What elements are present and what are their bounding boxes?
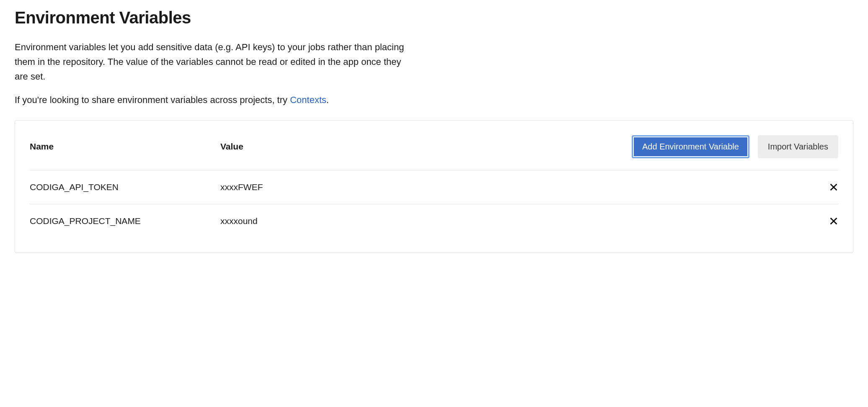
- share-text: If you're looking to share environment v…: [15, 95, 853, 106]
- close-icon: [829, 216, 838, 226]
- page-title: Environment Variables: [15, 8, 853, 27]
- contexts-link[interactable]: Contexts: [290, 95, 326, 105]
- column-header-name: Name: [30, 142, 220, 152]
- env-var-value: xxxxFWEF: [220, 182, 826, 192]
- share-suffix: .: [326, 95, 329, 105]
- table-row: CODIGA_API_TOKEN xxxxFWEF: [30, 170, 838, 204]
- import-variables-button[interactable]: Import Variables: [758, 135, 838, 158]
- env-vars-panel: Name Value Add Environment Variable Impo…: [15, 120, 853, 253]
- page-description: Environment variables let you add sensit…: [15, 40, 408, 84]
- share-prefix: If you're looking to share environment v…: [15, 95, 290, 105]
- add-environment-variable-button[interactable]: Add Environment Variable: [632, 135, 749, 158]
- close-icon: [829, 183, 838, 192]
- table-header: Name Value Add Environment Variable Impo…: [30, 135, 838, 170]
- env-var-value: xxxxound: [220, 216, 826, 226]
- env-var-name: CODIGA_API_TOKEN: [30, 182, 220, 192]
- table-row: CODIGA_PROJECT_NAME xxxxound: [30, 204, 838, 238]
- delete-variable-button[interactable]: [826, 183, 838, 192]
- delete-variable-button[interactable]: [826, 216, 838, 226]
- column-header-value: Value: [220, 142, 632, 152]
- table-actions: Add Environment Variable Import Variable…: [632, 135, 838, 158]
- env-var-name: CODIGA_PROJECT_NAME: [30, 216, 220, 226]
